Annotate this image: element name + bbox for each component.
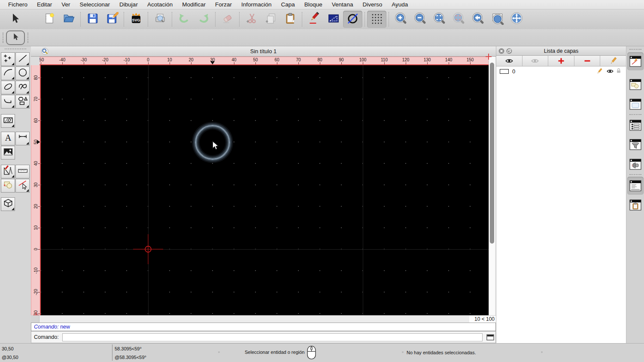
dock-toggle-layer-list[interactable] bbox=[629, 55, 642, 68]
edit-layer-button[interactable] bbox=[600, 56, 626, 66]
menu-item[interactable]: Seleccionar bbox=[75, 1, 115, 8]
command-input[interactable] bbox=[62, 333, 483, 341]
zoom-auto-button[interactable] bbox=[430, 11, 449, 28]
copy-button[interactable] bbox=[261, 11, 280, 28]
delete-button[interactable] bbox=[218, 11, 237, 28]
vertical-scrollbar-thumb[interactable] bbox=[490, 63, 494, 244]
redo-button[interactable] bbox=[194, 11, 213, 28]
palette-handle[interactable] bbox=[5, 48, 26, 49]
hide-all-layers-button[interactable] bbox=[522, 56, 549, 66]
save-as-button[interactable] bbox=[102, 11, 122, 28]
ellipse-icon bbox=[3, 81, 14, 94]
panel-close-button[interactable] bbox=[498, 48, 504, 54]
svg-export-button[interactable]: SVG bbox=[126, 11, 146, 28]
attributes-pen-button[interactable] bbox=[304, 11, 324, 28]
circle-tool-button[interactable] bbox=[15, 66, 30, 80]
menu-item[interactable]: Editar bbox=[32, 1, 57, 8]
toolbar-separator bbox=[389, 12, 389, 27]
zoom-out-button[interactable] bbox=[410, 11, 430, 28]
arrow-cursor-icon bbox=[11, 32, 20, 44]
horizontal-scrollbar[interactable]: 10 < 100 bbox=[31, 315, 496, 323]
command-window-toggle-button[interactable] bbox=[485, 333, 495, 341]
open-file-button[interactable] bbox=[59, 11, 78, 28]
layer-lock-icon[interactable] bbox=[616, 68, 623, 75]
tool-options-bar bbox=[0, 29, 644, 46]
toolbar-separator bbox=[148, 12, 148, 27]
zoom-selection-button[interactable] bbox=[449, 11, 468, 28]
menu-item[interactable]: Acotación bbox=[143, 1, 177, 8]
menu-item[interactable]: Fichero bbox=[3, 1, 32, 8]
show-all-layers-button[interactable] bbox=[496, 56, 522, 66]
menu-item[interactable]: Forzar bbox=[210, 1, 237, 8]
zoom-previous-button[interactable] bbox=[468, 11, 488, 28]
solid-3d-button[interactable] bbox=[1, 197, 15, 211]
points-tool-button[interactable] bbox=[1, 52, 15, 66]
undo-arrow-icon bbox=[178, 12, 191, 27]
ellipse-tool-button[interactable] bbox=[1, 81, 15, 94]
vertical-scrollbar[interactable] bbox=[489, 57, 495, 315]
view-list-window-icon bbox=[629, 120, 641, 131]
dock-toggle-view-list[interactable] bbox=[629, 119, 642, 132]
remove-layer-button[interactable] bbox=[574, 56, 601, 66]
dock-toggle-clipboard-panel[interactable] bbox=[629, 199, 642, 211]
menu-item[interactable]: Bloque bbox=[300, 1, 327, 8]
block-shapes-button[interactable] bbox=[1, 179, 15, 193]
menu-item[interactable]: Ventana bbox=[327, 1, 358, 8]
draw-order-button[interactable] bbox=[324, 11, 343, 28]
modify-tools-button[interactable] bbox=[1, 165, 15, 178]
menu-item[interactable]: Modificar bbox=[177, 1, 210, 8]
dimension-tool-button[interactable] bbox=[15, 132, 30, 145]
select-entity-button[interactable] bbox=[15, 179, 30, 193]
text-tool-button[interactable]: A bbox=[1, 132, 15, 145]
paste-button[interactable] bbox=[280, 11, 300, 28]
toolbar-handle[interactable] bbox=[3, 33, 3, 43]
absolute-polar-coordinates: 58.3095<59° bbox=[115, 346, 142, 351]
zoom-in-button[interactable] bbox=[391, 11, 410, 28]
select-tool-button[interactable] bbox=[5, 11, 24, 28]
save-button[interactable] bbox=[83, 11, 102, 28]
layer-color-swatch[interactable] bbox=[500, 69, 509, 74]
layer-row[interactable]: 0 bbox=[496, 66, 626, 76]
document-titlebar[interactable]: Sin título 1 bbox=[31, 46, 496, 57]
selection-pointer-button[interactable] bbox=[6, 30, 25, 45]
zoom-pan-button[interactable] bbox=[507, 11, 526, 28]
spline-tool-button[interactable] bbox=[15, 81, 30, 94]
measure-tool-button[interactable] bbox=[15, 165, 30, 178]
line-tool-button[interactable] bbox=[15, 52, 30, 66]
grid-toggle[interactable] bbox=[367, 11, 386, 28]
ruler-tick bbox=[38, 292, 40, 293]
hatch-tool-button[interactable] bbox=[1, 114, 15, 128]
polyline-tool-button[interactable] bbox=[1, 95, 15, 109]
drawing-canvas[interactable] bbox=[41, 65, 489, 315]
shape-tool-button[interactable] bbox=[15, 95, 30, 109]
panel-float-button[interactable] bbox=[506, 48, 512, 54]
layer-edit-pencil-icon[interactable] bbox=[596, 68, 603, 75]
dock-toggle-viewport[interactable] bbox=[629, 158, 642, 171]
dock-handle[interactable] bbox=[629, 49, 641, 50]
cut-button[interactable] bbox=[242, 11, 261, 28]
print-preview-button[interactable] bbox=[150, 11, 170, 28]
draft-mode-toggle[interactable] bbox=[343, 11, 362, 28]
new-file-button[interactable] bbox=[39, 11, 59, 28]
toolbar-handle[interactable] bbox=[27, 33, 28, 43]
menu-item[interactable]: Ver bbox=[57, 1, 75, 8]
layer-visible-eye-icon[interactable] bbox=[606, 68, 613, 75]
undo-button[interactable] bbox=[174, 11, 194, 28]
polyline-icon bbox=[3, 95, 14, 108]
dock-toggle-library-browser[interactable] bbox=[629, 98, 642, 111]
menu-item[interactable]: Información bbox=[237, 1, 276, 8]
arc-tool-button[interactable] bbox=[1, 66, 15, 80]
dock-toggle-selection-filter[interactable] bbox=[629, 138, 642, 151]
image-tool-button[interactable] bbox=[1, 146, 15, 160]
zoom-window-button[interactable] bbox=[488, 11, 507, 28]
add-layer-button[interactable] bbox=[548, 56, 574, 66]
dock-separator bbox=[629, 114, 641, 115]
menu-item[interactable]: Diverso bbox=[358, 1, 387, 8]
dock-toggle-command-line[interactable] bbox=[629, 179, 642, 192]
menu-item[interactable]: Ayuda bbox=[387, 1, 413, 8]
zoom-out-icon bbox=[414, 12, 427, 27]
dock-toggle-block-list[interactable] bbox=[629, 78, 642, 91]
copy-pages-icon bbox=[264, 12, 277, 27]
menu-item[interactable]: Capa bbox=[276, 1, 300, 8]
menu-item[interactable]: Dibujar bbox=[115, 1, 143, 8]
